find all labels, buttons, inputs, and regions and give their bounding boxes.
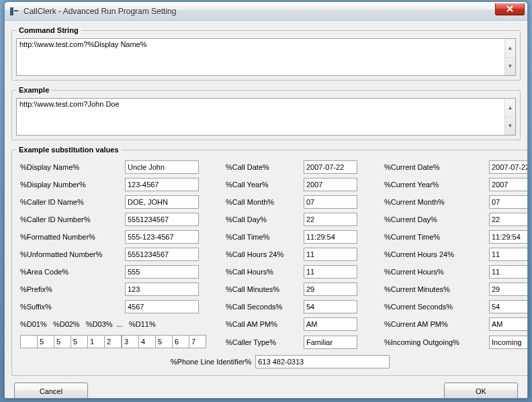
group-substitution-values: Example substitution values %Display Nam… (11, 146, 528, 376)
value-caller-id-number[interactable] (125, 213, 199, 226)
value-call-year[interactable] (304, 178, 357, 191)
value-call-ampm[interactable] (304, 317, 357, 331)
substitution-grid: %Display Name% %Call Date% %Current Date… (20, 160, 528, 350)
label-call-day: %Call Day% (226, 215, 300, 223)
dialog-button-row: Cancel OK (14, 383, 518, 399)
d08-cell[interactable] (138, 335, 156, 348)
value-current-ampm[interactable] (489, 317, 528, 331)
d-cells-row (20, 335, 199, 350)
label-display-name: %Display Name% (20, 163, 121, 171)
label-call-date: %Call Date% (226, 163, 300, 171)
example-wrap: http:\\www.test.com?John Doe ▲ ▼ (16, 98, 516, 136)
label-prefix: %Prefix% (20, 285, 121, 293)
cancel-button[interactable]: Cancel (14, 383, 88, 399)
label-current-date: %Current Date% (384, 163, 485, 171)
value-current-time[interactable] (489, 230, 528, 244)
d06-cell[interactable] (104, 335, 122, 348)
label-caller-type: %Caller Type% (226, 338, 300, 346)
value-call-month[interactable] (304, 195, 357, 209)
svg-rect-1 (14, 10, 18, 11)
app-icon (9, 6, 19, 17)
value-current-hours[interactable] (489, 265, 528, 279)
label-current-ampm: %Current AM PM% (384, 320, 485, 328)
group-command-legend: Command String (16, 26, 81, 34)
group-subs-legend: Example substitution values (16, 146, 122, 154)
phone-line-row: %Phone Line Identifier% (16, 355, 528, 368)
command-spin[interactable]: ▲ ▼ (504, 39, 515, 75)
svg-rect-0 (10, 7, 13, 15)
spin-down-icon[interactable]: ▼ (505, 57, 515, 76)
d03-cell[interactable] (54, 335, 71, 348)
value-call-date[interactable] (304, 160, 357, 174)
value-current-year[interactable] (489, 178, 528, 191)
value-current-day[interactable] (489, 213, 528, 226)
titlebar[interactable]: CallClerk - Advanced Run Program Setting (5, 2, 527, 21)
value-current-sec[interactable] (489, 300, 528, 313)
value-caller-type[interactable] (304, 336, 357, 349)
label-call-year: %Call Year% (226, 181, 300, 189)
value-current-min[interactable] (489, 283, 528, 296)
value-prefix[interactable] (125, 283, 199, 296)
label-current-day: %Current Day% (384, 215, 485, 223)
command-string-input[interactable]: http:\\www.test.com?%Display Name% (17, 39, 504, 75)
group-example-legend: Example (16, 86, 52, 94)
label-caller-id-name: %Caller ID Name% (20, 198, 121, 206)
label-current-min: %Current Minutes% (384, 285, 485, 293)
value-call-h24[interactable] (304, 248, 357, 261)
value-unformatted-number[interactable] (125, 248, 199, 261)
value-current-month[interactable] (489, 195, 528, 209)
client-area: Command String http:\\www.test.com?%Disp… (5, 21, 527, 398)
label-d-header: %D01% %D02% %D03% ... %D11% (20, 320, 199, 328)
d11-cell[interactable] (189, 335, 206, 348)
label-display-number: %Display Number% (20, 181, 121, 189)
value-display-name[interactable] (125, 160, 199, 174)
label-current-time: %Current Time% (384, 233, 485, 241)
value-caller-id-name[interactable] (125, 195, 199, 209)
label-call-sec: %Call Seconds% (226, 303, 300, 311)
label-current-hours: %Current Hours% (384, 268, 485, 276)
label-call-h24: %Call Hours 24% (226, 250, 300, 258)
value-display-number[interactable] (125, 178, 199, 191)
spin-up-icon[interactable]: ▲ (505, 39, 515, 57)
value-current-h24[interactable] (489, 248, 528, 261)
d07-cell[interactable] (122, 335, 139, 348)
d10-cell[interactable] (172, 335, 189, 348)
close-button[interactable] (495, 3, 525, 15)
label-call-month: %Call Month% (226, 198, 300, 206)
group-command-string: Command String http:\\www.test.com?%Disp… (11, 26, 521, 81)
d02-cell[interactable] (37, 335, 54, 348)
label-caller-id-number: %Caller ID Number% (20, 215, 121, 223)
label-call-min: %Call Minutes% (226, 285, 300, 293)
example-spin[interactable]: ▲ ▼ (504, 99, 515, 135)
label-call-time: %Call Time% (226, 233, 300, 241)
value-call-sec[interactable] (304, 300, 357, 313)
spin-up-icon[interactable]: ▲ (505, 99, 515, 117)
label-current-year: %Current Year% (384, 181, 485, 189)
command-string-wrap: http:\\www.test.com?%Display Name% ▲ ▼ (16, 38, 516, 76)
value-call-hours[interactable] (304, 265, 357, 279)
label-call-hours: %Call Hours% (226, 268, 300, 276)
value-call-time[interactable] (304, 230, 357, 244)
d04-cell[interactable] (71, 335, 88, 348)
value-formatted-number[interactable] (125, 230, 199, 244)
example-output: http:\\www.test.com?John Doe (17, 99, 504, 135)
d01-cell[interactable] (20, 335, 38, 348)
label-current-sec: %Current Seconds% (384, 303, 485, 311)
value-incoming-outgoing[interactable] (489, 336, 528, 349)
d09-cell[interactable] (155, 335, 173, 348)
ok-button[interactable]: OK (444, 383, 518, 399)
value-phone-line[interactable] (255, 355, 390, 368)
label-phone-line: %Phone Line Identifier% (171, 358, 251, 366)
value-call-day[interactable] (304, 213, 357, 226)
label-suffix: %Suffix% (20, 303, 121, 311)
window-title: CallClerk - Advanced Run Program Setting (24, 7, 495, 16)
label-current-h24: %Current Hours 24% (384, 250, 485, 258)
value-area-code[interactable] (125, 265, 199, 279)
spin-down-icon[interactable]: ▼ (505, 117, 515, 136)
value-suffix[interactable] (125, 300, 199, 313)
d05-cell[interactable] (87, 335, 105, 348)
label-current-month: %Current Month% (384, 198, 485, 206)
group-example: Example http:\\www.test.com?John Doe ▲ ▼ (11, 86, 521, 140)
value-current-date[interactable] (489, 160, 528, 174)
value-call-min[interactable] (304, 283, 357, 296)
